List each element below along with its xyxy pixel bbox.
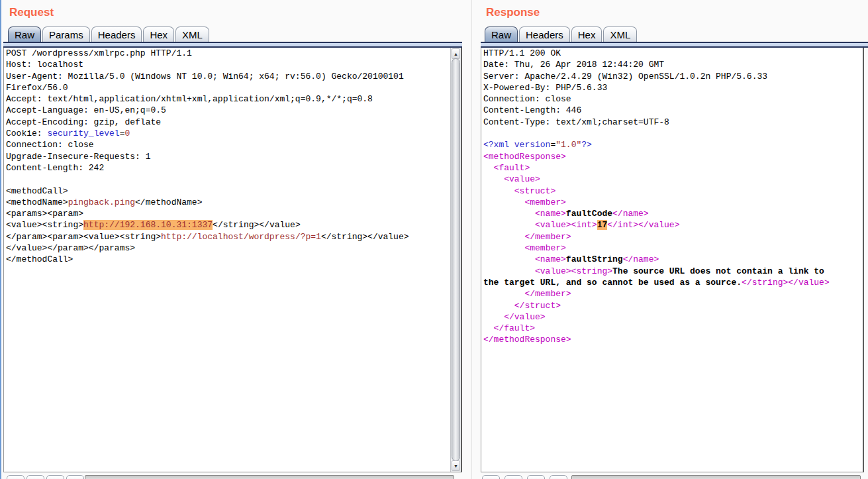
code-segment: <fault> (494, 163, 530, 173)
code-segment: </member> (524, 289, 571, 299)
code-line: X-Powered-By: PHP/5.6.33 (483, 82, 830, 93)
code-segment (483, 289, 524, 299)
code-segment: faultString (566, 254, 623, 264)
request-search-button-2[interactable] (26, 475, 44, 479)
code-segment: Content-Length: 242 (6, 163, 104, 173)
response-tab-bar: RawHeadersHexXML (485, 27, 638, 42)
code-line: Accept-Encoding: gzip, deflate (6, 117, 409, 128)
code-segment (483, 301, 514, 311)
code-line: <value> (483, 174, 830, 185)
code-segment: <name> (535, 254, 566, 264)
code-segment: <member> (524, 197, 565, 207)
code-segment: <struct> (514, 186, 555, 196)
tab-hex[interactable]: Hex (571, 27, 603, 42)
code-line: <value><int>17</int></value> (483, 219, 830, 231)
code-segment (483, 220, 535, 230)
code-segment: <methodResponse> (483, 152, 566, 162)
code-segment: </methodName> (135, 197, 202, 207)
request-search-button-3[interactable] (46, 475, 64, 479)
code-line (6, 174, 409, 185)
code-line: Cookie: security_level=0 (6, 128, 409, 139)
code-line: <value><string>http://192.168.10.31:1337… (6, 219, 409, 231)
scroll-down-icon[interactable]: ▼ (452, 460, 460, 471)
code-line: <params><param> (6, 208, 409, 219)
code-line: <?xml version="1.0"?> (483, 139, 830, 150)
code-segment: Accept: text/html,application/xhtml+xml,… (6, 94, 373, 104)
code-segment (483, 209, 535, 219)
code-segment: Connection: close (483, 94, 571, 104)
tab-xml[interactable]: XML (175, 27, 209, 42)
request-tab-underline (3, 42, 462, 48)
tab-params[interactable]: Params (42, 27, 90, 42)
code-line: </member> (483, 288, 830, 299)
code-segment: <name> (535, 209, 566, 219)
request-search-button-4[interactable] (66, 475, 84, 479)
code-segment (483, 186, 514, 196)
code-segment (483, 174, 504, 184)
code-segment: HTTP/1.1 200 OK (483, 48, 561, 58)
tab-hex[interactable]: Hex (143, 27, 174, 42)
code-segment: <member> (524, 243, 565, 253)
code-segment: <value><string> (6, 220, 83, 230)
request-scrollbar[interactable]: ▲ ▼ (450, 48, 461, 472)
code-segment: security_level (47, 129, 119, 138)
code-segment (483, 254, 535, 264)
code-line: Accept-Language: en-US,en;q=0.5 (6, 105, 409, 116)
response-search-button-4[interactable] (550, 475, 567, 479)
tab-xml[interactable]: XML (603, 27, 637, 42)
response-panel: Response RawHeadersHexXML HTTP/1.1 200 O… (477, 0, 868, 479)
response-panel-title: Response (486, 6, 540, 19)
code-segment: </methodCall> (6, 254, 73, 264)
response-raw-text[interactable]: HTTP/1.1 200 OKDate: Thu, 26 Apr 2018 12… (483, 48, 830, 346)
code-line: <fault> (483, 162, 830, 174)
tab-headers[interactable]: Headers (91, 27, 142, 42)
code-line: Host: localhost (6, 59, 409, 70)
code-line: <member> (483, 242, 830, 254)
code-line: </param><param><value><string>http://loc… (6, 231, 409, 242)
code-segment: </int></value> (607, 220, 679, 230)
code-segment: <?xml version (483, 140, 550, 150)
request-editor[interactable]: POST /wordpresss/xmlrpc.php HTTP/1.1Host… (3, 48, 462, 472)
code-line: </member> (483, 231, 830, 242)
code-segment: Firefox/56.0 (6, 83, 68, 93)
request-search-input[interactable] (85, 475, 454, 479)
code-segment (483, 163, 494, 173)
code-line: Content-Type: text/xml;charset=UTF-8 (483, 117, 830, 128)
code-segment: 17 (597, 220, 608, 230)
code-segment: Server: Apache/2.4.29 (Win32) OpenSSL/1.… (483, 72, 767, 81)
code-line: Accept: text/html,application/xhtml+xml,… (6, 93, 409, 105)
response-editor[interactable]: HTTP/1.1 200 OKDate: Thu, 26 Apr 2018 12… (481, 48, 864, 472)
request-search-button-1[interactable] (7, 475, 24, 479)
code-line: <methodName>pingback.ping</methodName> (6, 197, 409, 208)
response-search-button-2[interactable] (505, 475, 522, 479)
code-line: POST /wordpresss/xmlrpc.php HTTP/1.1 (6, 48, 409, 59)
code-segment: </member> (524, 232, 571, 242)
tab-raw[interactable]: Raw (485, 27, 518, 42)
code-segment: the target URL, and so cannot be used as… (483, 278, 742, 288)
code-segment: </methodResponse> (483, 335, 571, 345)
code-segment: </struct> (514, 301, 561, 311)
code-line: </fault> (483, 323, 830, 334)
code-segment: </value></param></params> (6, 243, 135, 253)
tab-headers[interactable]: Headers (519, 27, 570, 42)
code-segment: "1.0" (555, 140, 581, 150)
code-segment: http://192.168.10.31:1337 (83, 220, 213, 230)
response-search-button-1[interactable] (482, 475, 500, 479)
scrollbar-thumb[interactable] (452, 58, 460, 461)
response-search-input[interactable] (571, 475, 861, 479)
code-line: </value></param></params> (6, 242, 409, 254)
code-line: Content-Length: 242 (6, 162, 409, 174)
code-line: </struct> (483, 300, 830, 311)
tab-raw[interactable]: Raw (8, 27, 41, 42)
response-search-button-3[interactable] (527, 475, 545, 479)
code-segment: </name> (623, 254, 659, 264)
code-segment: </name> (612, 209, 649, 219)
scroll-up-icon[interactable]: ▲ (452, 48, 460, 59)
code-line: <name>faultCode</name> (483, 208, 830, 219)
code-segment: </param><param><value><string> (6, 232, 161, 242)
request-raw-text[interactable]: POST /wordpresss/xmlrpc.php HTTP/1.1Host… (6, 48, 409, 266)
code-line: </value> (483, 311, 830, 323)
code-segment: <value><string> (535, 266, 612, 276)
code-line: </methodCall> (6, 254, 409, 265)
code-line: Server: Apache/2.4.29 (Win32) OpenSSL/1.… (483, 71, 830, 82)
